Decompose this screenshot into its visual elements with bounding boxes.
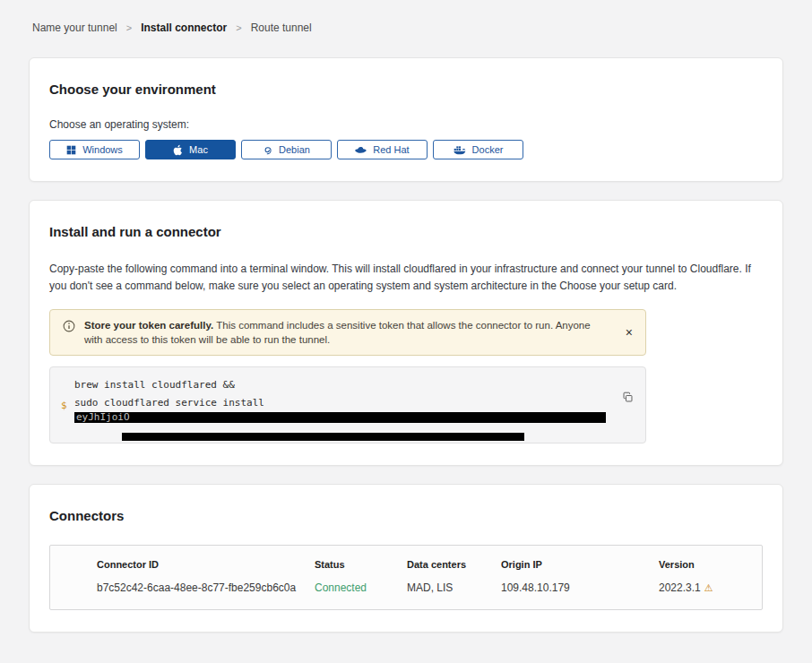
breadcrumb-step-route-tunnel[interactable]: Route tunnel xyxy=(251,22,312,34)
environment-card-title: Choose your environment xyxy=(49,82,763,97)
breadcrumb-separator: > xyxy=(236,22,241,33)
os-button-windows[interactable]: Windows xyxy=(49,140,140,159)
status-cell: Connected xyxy=(315,581,407,594)
install-card-title: Install and run a connector xyxy=(49,224,763,239)
redhat-icon xyxy=(355,146,367,154)
docker-icon xyxy=(454,145,466,155)
code-line-token-2 xyxy=(74,423,606,432)
token-warning-banner: Store your token carefully.This command … xyxy=(49,309,646,356)
os-button-redhat[interactable]: Red Hat xyxy=(337,140,428,159)
column-header-origin-ip: Origin IP xyxy=(501,559,659,570)
column-header-connector-id: Connector ID xyxy=(97,559,315,570)
os-button-mac[interactable]: Mac xyxy=(145,140,236,159)
install-connector-card: Install and run a connector Copy-paste t… xyxy=(29,200,783,466)
column-header-version: Version xyxy=(659,559,744,570)
connectors-table: Connector ID Status Data centers Origin … xyxy=(49,545,763,610)
version-value: 2022.3.1 xyxy=(659,581,701,594)
os-button-label: Red Hat xyxy=(373,144,409,155)
os-button-debian[interactable]: Debian xyxy=(241,140,332,159)
connector-id-cell: b7c52c42-6caa-48ee-8c77-fbe259cb6c0a xyxy=(97,581,315,594)
connectors-card: Connectors Connector ID Status Data cent… xyxy=(29,484,783,633)
os-button-label: Docker xyxy=(472,144,504,155)
environment-card: Choose your environment Choose an operat… xyxy=(29,57,783,182)
os-button-row: Windows Mac Debian Red Hat xyxy=(49,140,763,159)
code-line-service-install: sudo cloudflared service install xyxy=(74,394,606,412)
table-header-row: Connector ID Status Data centers Origin … xyxy=(97,559,744,570)
os-button-label: Debian xyxy=(279,144,310,155)
debian-icon xyxy=(263,145,272,155)
copy-icon[interactable] xyxy=(622,392,634,406)
redaction-bar xyxy=(122,433,524,441)
token-warning-bold: Store your token carefully. xyxy=(84,320,213,331)
terminal-prompt: $ xyxy=(61,400,67,411)
table-row: b7c52c42-6caa-48ee-8c77-fbe259cb6c0a Con… xyxy=(97,581,744,594)
column-header-status: Status xyxy=(315,559,407,570)
os-select-label: Choose an operating system: xyxy=(49,118,763,131)
token-warning-text: Store your token carefully.This command … xyxy=(84,318,624,347)
code-line-brew: brew install cloudflared && xyxy=(74,376,606,394)
os-button-label: Windows xyxy=(82,144,123,155)
install-command-codeblock: $ brew install cloudflared && sudo cloud… xyxy=(49,366,646,443)
warning-icon: ⚠ xyxy=(704,582,713,593)
install-instructions: Copy-paste the following command into a … xyxy=(49,261,763,295)
code-line-token: eyJhIjoiO xyxy=(74,412,606,423)
origin-ip-cell: 109.48.10.179 xyxy=(501,581,659,594)
column-header-data-centers: Data centers xyxy=(407,559,501,570)
windows-icon xyxy=(66,145,76,155)
version-cell: 2022.3.1⚠ xyxy=(659,581,744,594)
info-icon xyxy=(63,320,75,336)
token-prefix: eyJhIjoiO xyxy=(74,412,130,423)
os-button-label: Mac xyxy=(189,144,208,155)
breadcrumb-separator: > xyxy=(126,22,132,33)
os-button-docker[interactable]: Docker xyxy=(433,140,523,159)
redaction-bar xyxy=(130,412,606,423)
connectors-card-title: Connectors xyxy=(49,508,763,523)
close-icon[interactable]: × xyxy=(624,326,635,339)
apple-icon xyxy=(173,144,183,156)
breadcrumb-step-name-your-tunnel[interactable]: Name your tunnel xyxy=(32,22,117,34)
page: Name your tunnel > Install connector > R… xyxy=(0,0,812,663)
breadcrumb-step-install-connector[interactable]: Install connector xyxy=(141,22,227,34)
breadcrumb: Name your tunnel > Install connector > R… xyxy=(32,22,783,34)
data-centers-cell: MAD, LIS xyxy=(407,581,501,594)
